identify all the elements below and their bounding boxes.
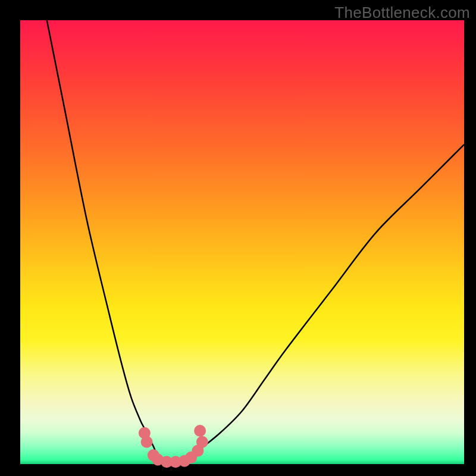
curve-layer	[20, 20, 464, 464]
marker-point	[196, 436, 208, 448]
watermark-text: TheBottleneck.com	[334, 4, 470, 22]
plot-area	[20, 20, 464, 464]
curve-right-branch	[176, 145, 464, 464]
curve-left-branch	[47, 20, 176, 464]
chart-frame: TheBottleneck.com	[0, 0, 476, 476]
marker-point	[141, 436, 153, 448]
marker-point	[194, 425, 206, 437]
